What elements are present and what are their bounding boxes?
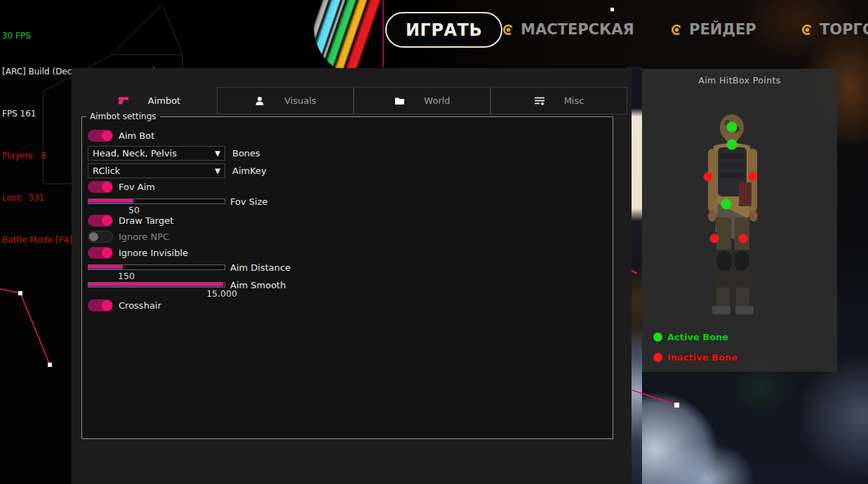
game-screen: 30 FPS [ARC] Build (Dec 28 2025, 09:43:3…	[0, 0, 868, 484]
hitbox-point	[749, 172, 758, 181]
draw-target-row: Draw Target	[88, 215, 613, 227]
fov-size-slider[interactable]	[88, 199, 225, 204]
aimkey-label: AimKey	[232, 166, 267, 176]
coin-icon	[801, 24, 813, 36]
coin-icon	[502, 24, 514, 36]
coin-icon	[671, 24, 683, 36]
ignore-npc-row: Ignore NPC	[88, 231, 613, 243]
hitbox-point	[727, 140, 737, 150]
play-button-label: ИГРАТЬ	[406, 20, 482, 40]
play-button[interactable]: ИГРАТЬ	[385, 12, 502, 48]
tab-bar: Aimbot Visuals World	[81, 87, 627, 114]
nav-item-label: МАСТЕРСКАЯ	[521, 21, 634, 38]
aim-bot-label: Aim Bot	[119, 130, 154, 141]
crosshair-toggle[interactable]	[88, 300, 113, 311]
aimkey-dropdown-value: RClick	[93, 166, 120, 176]
ignore-npc-toggle[interactable]	[88, 231, 113, 243]
draw-target-label: Draw Target	[119, 215, 173, 226]
aim-distance-slider[interactable]	[88, 264, 225, 270]
aimbot-controls: Aim Bot Head, Neck, Pelvis ▼ Bones RClic…	[82, 121, 613, 311]
hitbox-point	[721, 199, 732, 210]
nav-item-raider[interactable]: РЕЙДЕР	[671, 19, 756, 40]
nav-item-label: ТОРГО	[820, 21, 868, 38]
ignore-invisible-toggle[interactable]	[88, 247, 113, 259]
active-bone-dot	[653, 332, 662, 342]
list-add-icon	[534, 95, 545, 107]
tab-visuals[interactable]: Visuals	[217, 87, 354, 114]
tab-label: Misc	[564, 95, 585, 106]
aim-bot-toggle[interactable]	[88, 130, 113, 142]
aim-bot-row: Aim Bot	[88, 130, 613, 142]
aim-smooth-slider[interactable]	[88, 282, 225, 288]
tab-label: Aimbot	[148, 95, 180, 106]
legend-label: Inactive Bone	[667, 352, 737, 363]
bones-dropdown[interactable]: Head, Neck, Pelvis ▼	[88, 146, 225, 161]
ignore-invisible-row: Ignore Invisible	[88, 247, 613, 259]
fps-counter-green: 30 FPS	[2, 29, 156, 43]
fov-size-value: 50	[128, 205, 140, 215]
nav-item-workshop[interactable]: МАСТЕРСКАЯ	[502, 19, 634, 40]
bones-label: Bones	[232, 148, 260, 159]
nav-item-label: РЕЙДЕР	[689, 21, 756, 38]
fov-size-row: 50 Fov Size	[88, 197, 613, 214]
pistol-icon	[118, 95, 129, 107]
fov-size-label: Fov Size	[230, 196, 267, 207]
aim-distance-row: 150 Aim Distance	[88, 263, 613, 280]
chevron-down-icon: ▼	[215, 167, 220, 175]
hitbox-point	[727, 122, 737, 133]
tab-label: Visuals	[284, 95, 316, 106]
legend-active-bone: Active Bone	[653, 332, 728, 342]
folder-icon	[394, 95, 405, 107]
fov-aim-toggle[interactable]	[88, 181, 113, 193]
ignore-npc-label: Ignore NPC	[119, 231, 169, 242]
hitbox-point	[704, 173, 713, 182]
person-icon	[254, 95, 265, 107]
cheat-menu-panel: Aimbot Visuals World	[72, 68, 632, 484]
aim-distance-label: Aim Distance	[230, 262, 291, 273]
fov-aim-label: Fov Aim	[119, 182, 155, 192]
inactive-bone-dot	[653, 353, 662, 362]
tab-aimbot[interactable]: Aimbot	[81, 87, 217, 114]
group-title: Aimbot settings	[86, 112, 160, 121]
crosshair-row: Crosshair	[88, 300, 613, 311]
aimbot-settings-group: Aimbot settings Aim Bot Head, Neck, Pelv…	[81, 112, 613, 439]
draw-target-toggle[interactable]	[88, 215, 113, 227]
hitbox-point	[739, 234, 748, 243]
crosshair-label: Crosshair	[119, 300, 161, 311]
aimkey-dropdown[interactable]: RClick ▼	[88, 163, 225, 178]
aimkey-row: RClick ▼ AimKey	[88, 163, 613, 178]
tab-label: World	[424, 95, 450, 106]
legend-inactive-bone: Inactive Bone	[653, 352, 737, 363]
aim-distance-value: 150	[118, 271, 135, 281]
bones-row: Head, Neck, Pelvis ▼ Bones	[88, 146, 613, 161]
legend-label: Active Bone	[667, 332, 728, 342]
aim-smooth-row: 15.000 Aim Smooth	[88, 281, 613, 299]
fov-aim-row: Fov Aim	[88, 181, 613, 193]
aim-smooth-label: Aim Smooth	[230, 280, 286, 290]
tab-misc[interactable]: Misc	[490, 87, 627, 114]
ignore-invisible-label: Ignore Invisible	[119, 248, 188, 258]
tab-world[interactable]: World	[354, 87, 490, 114]
hitbox-panel: Aim HitBox Points	[642, 69, 837, 372]
hitbox-point	[710, 234, 719, 243]
bones-dropdown-value: Head, Neck, Pelvis	[93, 148, 177, 159]
hitbox-panel-title: Aim HitBox Points	[642, 75, 837, 86]
nav-item-traders[interactable]: ТОРГО	[801, 19, 868, 40]
chevron-down-icon: ▼	[215, 149, 220, 157]
